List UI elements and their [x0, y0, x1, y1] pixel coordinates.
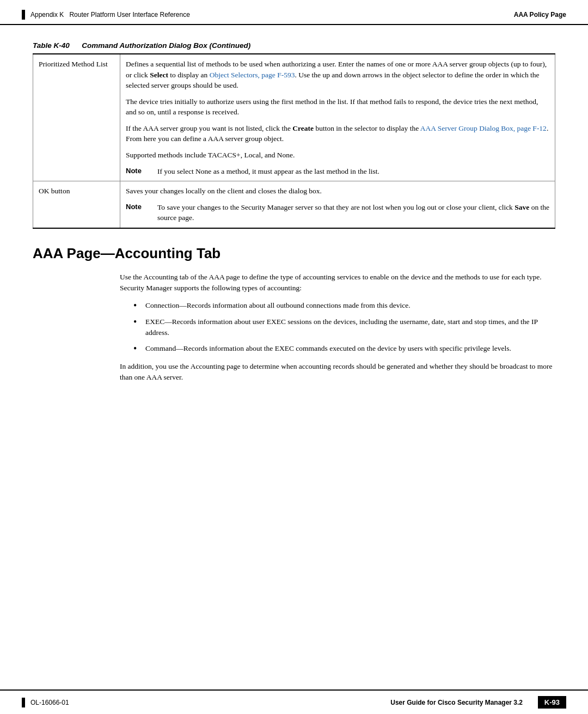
term-cell-ok: OK button [33, 181, 120, 228]
create-bold: Create [292, 124, 314, 132]
desc-cell: Defines a sequential list of methods to … [120, 54, 555, 181]
object-selectors-link[interactable]: Object Selectors, page F-593 [210, 71, 295, 79]
note-label-1: Note [126, 166, 153, 176]
footer-bar-icon [22, 698, 25, 707]
page-footer: OL-16066-01 User Guide for Cisco Securit… [0, 689, 588, 714]
section-intro: Use the Accounting tab of the AAA page t… [120, 272, 555, 294]
bullet-icon: • [133, 316, 143, 328]
table-caption-label: Table K-40 Command Authorization Dialog … [33, 41, 250, 50]
header-right-label: AAA Policy Page [514, 11, 566, 19]
bullet-icon: • [133, 343, 143, 355]
table-caption: Table K-40 Command Authorization Dialog … [33, 36, 555, 53]
list-item: • Connection—Records information about a… [133, 300, 555, 312]
bullet-text-3: Command—Records information about the EX… [145, 343, 511, 354]
page-number: K-93 [538, 696, 566, 709]
doc-number: OL-16066-01 [30, 699, 69, 706]
para-4: Supported methods include TACACS+, Local… [126, 150, 549, 161]
note-label-2: Note [126, 202, 153, 212]
section-closing: In addition, you use the Accounting page… [120, 361, 555, 383]
para-3: If the AAA server group you want is not … [126, 123, 549, 144]
command-auth-table: Prioritized Method List Defines a sequen… [33, 53, 555, 229]
select-bold: Select [150, 71, 168, 79]
note-text-1: If you select None as a method, it must … [157, 166, 379, 177]
table-row: Prioritized Method List Defines a sequen… [33, 54, 555, 181]
main-content: Table K-40 Command Authorization Dialog … [0, 25, 588, 434]
desc-cell-ok: Saves your changes locally on the client… [120, 181, 555, 228]
aaa-server-group-link[interactable]: AAA Server Group Dialog Box, page F-12 [420, 124, 547, 132]
note-row-2: Note To save your changes to the Securit… [126, 202, 549, 223]
ok-button-label: OK button [39, 187, 70, 195]
footer-left: OL-16066-01 [22, 698, 69, 707]
save-bold: Save [514, 203, 529, 211]
list-item: • Command—Records information about the … [133, 343, 555, 355]
term-label: Prioritized Method List [39, 60, 108, 68]
bullet-text-2: EXEC—Records information about user EXEC… [145, 316, 555, 339]
guide-label: User Guide for Cisco Security Manager 3.… [390, 699, 523, 706]
header-title: Router Platform User Interface Reference [69, 11, 189, 19]
bullet-text-1: Connection—Records information about all… [145, 300, 411, 311]
table-row: OK button Saves your changes locally on … [33, 181, 555, 228]
ok-para-1: Saves your changes locally on the client… [126, 186, 549, 197]
term-cell: Prioritized Method List [33, 54, 120, 181]
para-2: The device tries initially to authorize … [126, 96, 549, 118]
header-bar-icon [22, 10, 25, 20]
page-header: Appendix K Router Platform User Interfac… [0, 0, 588, 25]
note-row-1: Note If you select None as a method, it … [126, 166, 549, 177]
header-left: Appendix K Router Platform User Interfac… [22, 10, 190, 20]
bullet-icon: • [133, 300, 143, 312]
para-1: Defines a sequential list of methods to … [126, 59, 549, 91]
section-heading: AAA Page—Accounting Tab [33, 245, 555, 262]
bullet-list: • Connection—Records information about a… [133, 300, 555, 355]
note-text-2: To save your changes to the Security Man… [157, 202, 549, 223]
list-item: • EXEC—Records information about user EX… [133, 316, 555, 339]
appendix-label: Appendix K [30, 11, 64, 19]
